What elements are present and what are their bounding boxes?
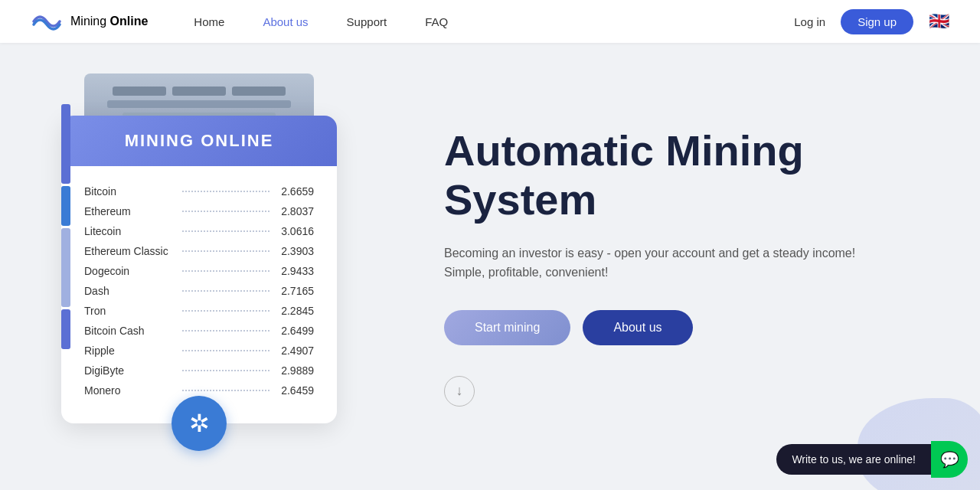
crypto-value: 2.7165 xyxy=(276,285,314,297)
crypto-dots xyxy=(182,290,270,292)
crypto-value: 2.2845 xyxy=(276,305,314,317)
crypto-value: 2.4907 xyxy=(276,345,314,357)
crypto-value: 2.9433 xyxy=(276,265,314,277)
navbar: Mining Online Home About us Support FAQ … xyxy=(0,0,980,43)
crypto-row: Dash 2.7165 xyxy=(84,281,314,301)
card-title: MINING ONLINE xyxy=(77,131,322,151)
left-panel: MINING ONLINE Bitcoin 2.6659 Ethereum 2.… xyxy=(0,43,398,490)
main-content: MINING ONLINE Bitcoin 2.6659 Ethereum 2.… xyxy=(0,43,980,490)
crypto-name: Ripple xyxy=(84,345,176,357)
crypto-row: DigiByte 2.9889 xyxy=(84,361,314,381)
nav-home[interactable]: Home xyxy=(194,15,224,28)
crypto-name: Ethereum xyxy=(84,205,176,217)
crypto-row: Bitcoin Cash 2.6499 xyxy=(84,321,314,341)
crypto-name: DigiByte xyxy=(84,364,176,377)
chat-widget[interactable]: Write to us, we are online! 💬 xyxy=(776,441,968,478)
crypto-row: Tron 2.2845 xyxy=(84,301,314,321)
crypto-value: 2.9889 xyxy=(276,364,314,377)
nav-right: Log in Sign up 🇬🇧 xyxy=(794,9,949,34)
crypto-value: 2.6659 xyxy=(276,185,314,198)
crypto-value: 2.6499 xyxy=(276,325,314,337)
crypto-name: Litecoin xyxy=(84,225,176,237)
crypto-dots xyxy=(182,370,270,371)
right-panel: Automatic Mining System Becoming an inve… xyxy=(398,43,980,490)
nav-about[interactable]: About us xyxy=(263,15,308,28)
crypto-name: Bitcoin xyxy=(84,185,176,198)
crypto-name: Tron xyxy=(84,305,176,317)
start-mining-button[interactable]: Start mining xyxy=(444,310,570,345)
hero-subtitle: Becoming an investor is easy - open your… xyxy=(444,243,858,283)
crypto-name: Bitcoin Cash xyxy=(84,325,176,337)
crypto-dots xyxy=(182,270,270,272)
chat-icon[interactable]: 💬 xyxy=(931,441,968,478)
hero-buttons: Start mining About us xyxy=(444,310,919,345)
crypto-dots xyxy=(182,310,270,312)
crypto-row: Litecoin 3.0616 xyxy=(84,221,314,241)
nav-support[interactable]: Support xyxy=(347,15,387,28)
crypto-row: Ethereum 2.8037 xyxy=(84,201,314,221)
scroll-down-icon[interactable]: ↓ xyxy=(444,376,475,407)
crypto-dots xyxy=(182,330,270,332)
logo-icon xyxy=(31,9,63,34)
scroll-arrow[interactable]: ↓ xyxy=(444,376,919,407)
nav-links: Home About us Support FAQ xyxy=(194,15,794,28)
crypto-dots xyxy=(182,390,270,391)
crypto-name: Dogecoin xyxy=(84,265,176,277)
crypto-name: Ethereum Classic xyxy=(84,245,176,257)
crypto-value: 2.6459 xyxy=(276,384,314,397)
mining-card: MINING ONLINE Bitcoin 2.6659 Ethereum 2.… xyxy=(61,116,337,423)
hero-title: Automatic Mining System xyxy=(444,126,919,225)
crypto-dots xyxy=(182,250,270,252)
chat-text: Write to us, we are online! xyxy=(776,444,931,475)
crypto-row: Dogecoin 2.9433 xyxy=(84,261,314,281)
language-flag[interactable]: 🇬🇧 xyxy=(929,11,949,31)
crypto-row: Ethereum Classic 2.3903 xyxy=(84,241,314,261)
nav-faq[interactable]: FAQ xyxy=(425,15,448,28)
crypto-row: Ripple 2.4907 xyxy=(84,341,314,361)
crypto-value: 2.8037 xyxy=(276,205,314,217)
logo[interactable]: Mining Online xyxy=(31,9,148,34)
signup-button[interactable]: Sign up xyxy=(841,9,913,34)
crypto-row: Bitcoin 2.6659 xyxy=(84,181,314,201)
crypto-value: 3.0616 xyxy=(276,225,314,237)
about-us-button[interactable]: About us xyxy=(583,310,692,345)
spinner-button[interactable]: ✲ xyxy=(172,396,227,451)
card-header: MINING ONLINE xyxy=(61,116,337,166)
spinner-icon: ✲ xyxy=(189,409,210,438)
crypto-dots xyxy=(182,211,270,212)
crypto-dots xyxy=(182,230,270,232)
crypto-dots xyxy=(182,191,270,192)
crypto-name: Monero xyxy=(84,384,176,397)
crypto-dots xyxy=(182,350,270,351)
crypto-value: 2.3903 xyxy=(276,245,314,257)
crypto-name: Dash xyxy=(84,285,176,297)
login-link[interactable]: Log in xyxy=(794,15,825,28)
card-body: Bitcoin 2.6659 Ethereum 2.8037 Litecoin … xyxy=(61,166,337,400)
logo-text: Mining Online xyxy=(70,15,148,28)
